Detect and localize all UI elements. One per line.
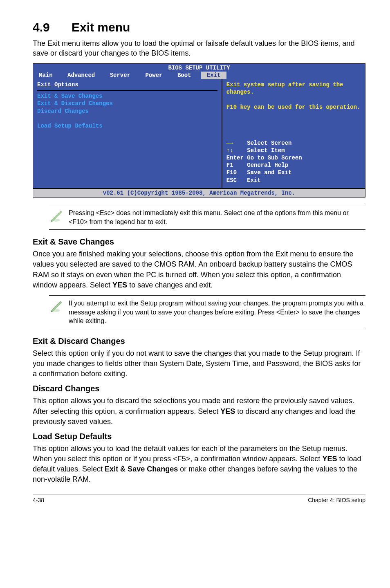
bios-screenshot: BIOS SETUP UTILITY Main Advanced Server … [33, 63, 365, 197]
nav-esc: ESC Exit [226, 177, 361, 184]
section-title: Discard Changes [33, 384, 365, 393]
nav-select-item: Select Item [233, 147, 285, 154]
tab-advanced: Advanced [62, 72, 101, 79]
arrows-ud-icon: ↑↓ [226, 147, 233, 154]
section-title: Exit & Save Changes [33, 237, 365, 247]
tab-exit: Exit [201, 72, 226, 79]
intro-text: The Exit menu items allow you to load th… [33, 38, 365, 58]
section-body: This option allows you to discard the se… [33, 396, 365, 427]
section-title: Load Setup Defaults [33, 432, 365, 441]
note-icon [49, 299, 69, 314]
chapter-label: Chapter 4: BIOS setup [308, 497, 365, 503]
text: to save changes and exit. [127, 281, 213, 289]
bios-right-panel: Exit system setup after saving the chang… [222, 79, 365, 188]
nav-f1: F1 General Help [226, 162, 361, 169]
exit-options-heading: Exit Options [37, 81, 217, 88]
help-text-2: F10 key can be used for this operation. [226, 103, 361, 111]
tab-main: Main [33, 72, 58, 79]
bold: Exit & Save Changes [105, 465, 178, 473]
bios-body: Exit Options Exit & Save Changes Exit & … [33, 79, 365, 188]
spacer [226, 111, 361, 139]
text: This option allows you to load the defau… [33, 444, 347, 463]
heading-text: Exit menu [72, 20, 130, 34]
nav-line: ↑↓ Select Item [226, 147, 361, 154]
tab-server: Server [104, 72, 136, 79]
section-body: Once you are finished making your select… [33, 249, 365, 290]
opt-exit-save: Exit & Save Changes [37, 92, 217, 100]
opt-discard: Discard Changes [37, 108, 217, 115]
nav-f10: F10 Save and Exit [226, 169, 361, 176]
nav-enter: Enter Go to Sub Screen [226, 154, 361, 162]
opt-load-defaults: Load Setup Defaults [37, 122, 217, 130]
tab-power: Power [139, 72, 168, 79]
page-title: 4.9Exit menu [33, 20, 365, 34]
bios-title: BIOS SETUP UTILITY [33, 64, 365, 72]
note-text: If you attempt to exit the Setup program… [69, 299, 365, 325]
nav-select-screen: Select Screen [233, 140, 292, 146]
opt-exit-discard: Exit & Discard Changes [37, 100, 217, 107]
bold: YES [322, 455, 337, 463]
note-box: Pressing <Esc> does not immediately exit… [49, 205, 365, 230]
pencil-icon [49, 299, 63, 313]
arrows-lr-icon: ←→ [226, 140, 233, 146]
bios-tab-bar: Main Advanced Server Power Boot Exit [33, 72, 365, 79]
tab-boot: Boot [172, 72, 197, 79]
note-icon [49, 209, 69, 224]
divider [37, 90, 217, 91]
pencil-icon [49, 209, 63, 222]
bios-footer: v02.61 (C)Copyright 1985-2008, American … [33, 188, 365, 197]
note-box: If you attempt to exit the Setup program… [49, 295, 365, 329]
page-footer: 4-38 Chapter 4: BIOS setup [33, 494, 365, 503]
bold: YES [112, 281, 127, 289]
section-body: Select this option only if you do not wa… [33, 348, 365, 379]
bold: YES [220, 407, 235, 415]
nav-line: ←→ Select Screen [226, 139, 361, 147]
section-body: This option allows you to load the defau… [33, 444, 365, 485]
note-text: Pressing <Esc> does not immediately exit… [69, 209, 365, 226]
page-number: 4-38 [33, 497, 44, 503]
section-title: Exit & Discard Changes [33, 337, 365, 346]
bios-left-panel: Exit Options Exit & Save Changes Exit & … [33, 79, 222, 188]
heading-number: 4.9 [33, 20, 72, 34]
help-text-1: Exit system setup after saving the chang… [226, 81, 361, 96]
